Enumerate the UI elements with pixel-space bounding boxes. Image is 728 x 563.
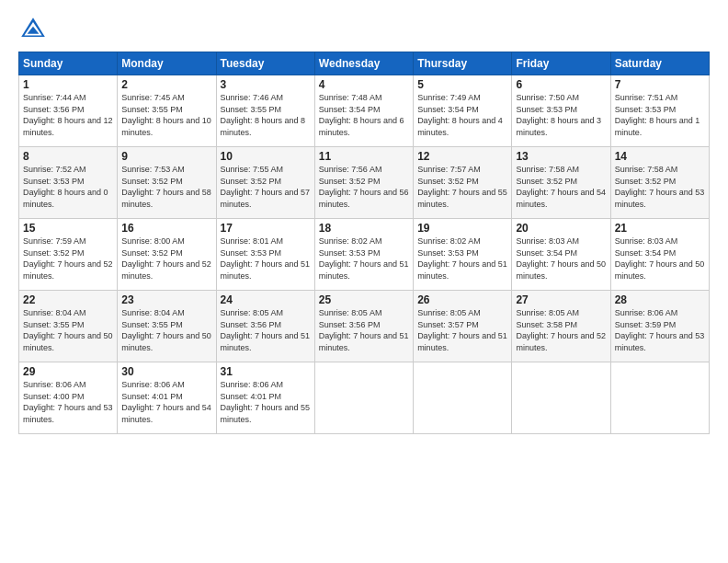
day-number: 24 <box>221 293 311 306</box>
calendar-cell <box>610 362 709 434</box>
day-number: 29 <box>23 365 113 378</box>
calendar-header-monday: Monday <box>118 52 216 75</box>
daylight-label: Daylight: 7 hours and 50 minutes. <box>121 331 211 352</box>
daylight-label: Daylight: 7 hours and 50 minutes. <box>23 331 113 352</box>
sunset-label: Sunset: 3:54 PM <box>615 248 677 258</box>
daylight-label: Daylight: 7 hours and 51 minutes. <box>417 331 507 352</box>
page: SundayMondayTuesdayWednesdayThursdayFrid… <box>0 0 728 563</box>
day-number: 12 <box>417 150 507 163</box>
day-info: Sunrise: 7:59 AM Sunset: 3:52 PM Dayligh… <box>23 236 113 282</box>
calendar-cell: 19 Sunrise: 8:02 AM Sunset: 3:53 PM Dayl… <box>414 219 512 291</box>
calendar-cell: 30 Sunrise: 8:06 AM Sunset: 4:01 PM Dayl… <box>118 362 216 434</box>
calendar-cell: 31 Sunrise: 8:06 AM Sunset: 4:01 PM Dayl… <box>216 362 314 434</box>
day-info: Sunrise: 7:52 AM Sunset: 3:53 PM Dayligh… <box>23 164 113 210</box>
day-info: Sunrise: 7:44 AM Sunset: 3:56 PM Dayligh… <box>23 92 113 138</box>
sunrise-label: Sunrise: 7:55 AM <box>221 165 284 174</box>
sunset-label: Sunset: 3:52 PM <box>615 177 677 186</box>
day-number: 19 <box>417 222 507 235</box>
daylight-label: Daylight: 7 hours and 52 minutes. <box>516 331 606 352</box>
calendar-table: SundayMondayTuesdayWednesdayThursdayFrid… <box>18 52 710 434</box>
sunset-label: Sunset: 3:58 PM <box>516 320 577 329</box>
calendar-cell: 28 Sunrise: 8:06 AM Sunset: 3:59 PM Dayl… <box>610 291 709 362</box>
sunrise-label: Sunrise: 7:45 AM <box>121 93 185 102</box>
calendar-cell <box>512 362 610 434</box>
sunset-label: Sunset: 4:01 PM <box>221 392 282 401</box>
day-info: Sunrise: 8:06 AM Sunset: 4:00 PM Dayligh… <box>23 379 113 425</box>
calendar-cell: 23 Sunrise: 8:04 AM Sunset: 3:55 PM Dayl… <box>118 291 216 362</box>
daylight-label: Daylight: 7 hours and 50 minutes. <box>516 259 606 281</box>
calendar-cell: 20 Sunrise: 8:03 AM Sunset: 3:54 PM Dayl… <box>512 219 610 291</box>
day-info: Sunrise: 7:50 AM Sunset: 3:53 PM Dayligh… <box>516 92 606 138</box>
daylight-label: Daylight: 7 hours and 51 minutes. <box>221 259 311 281</box>
day-number: 2 <box>121 78 211 91</box>
calendar-header-friday: Friday <box>512 52 610 75</box>
day-info: Sunrise: 7:45 AM Sunset: 3:55 PM Dayligh… <box>121 92 211 138</box>
day-info: Sunrise: 8:06 AM Sunset: 3:59 PM Dayligh… <box>615 307 705 353</box>
day-info: Sunrise: 7:48 AM Sunset: 3:54 PM Dayligh… <box>319 92 409 138</box>
day-number: 6 <box>516 78 606 91</box>
daylight-label: Daylight: 7 hours and 56 minutes. <box>319 188 409 209</box>
day-info: Sunrise: 8:02 AM Sunset: 3:53 PM Dayligh… <box>319 236 409 282</box>
day-number: 31 <box>221 365 311 378</box>
sunrise-label: Sunrise: 7:58 AM <box>516 165 579 174</box>
calendar-header-thursday: Thursday <box>414 52 512 75</box>
sunrise-label: Sunrise: 7:44 AM <box>23 93 86 102</box>
sunrise-label: Sunrise: 7:52 AM <box>23 165 86 174</box>
day-number: 13 <box>516 150 606 163</box>
calendar-header-sunday: Sunday <box>19 52 118 75</box>
day-number: 30 <box>121 365 211 378</box>
daylight-label: Daylight: 8 hours and 6 minutes. <box>319 116 404 137</box>
calendar-cell: 1 Sunrise: 7:44 AM Sunset: 3:56 PM Dayli… <box>19 75 118 147</box>
sunset-label: Sunset: 3:56 PM <box>221 320 282 329</box>
calendar-cell: 12 Sunrise: 7:57 AM Sunset: 3:52 PM Dayl… <box>414 147 512 219</box>
day-info: Sunrise: 8:05 AM Sunset: 3:58 PM Dayligh… <box>516 307 606 353</box>
sunset-label: Sunset: 3:54 PM <box>417 105 479 114</box>
daylight-label: Daylight: 8 hours and 0 minutes. <box>23 188 108 209</box>
sunrise-label: Sunrise: 8:06 AM <box>23 380 86 389</box>
day-number: 26 <box>417 293 507 306</box>
day-info: Sunrise: 7:56 AM Sunset: 3:52 PM Dayligh… <box>319 164 409 210</box>
sunset-label: Sunset: 3:55 PM <box>23 320 85 329</box>
sunrise-label: Sunrise: 8:05 AM <box>516 308 579 317</box>
day-number: 21 <box>615 222 705 235</box>
sunrise-label: Sunrise: 7:49 AM <box>417 93 481 102</box>
sunrise-label: Sunrise: 8:06 AM <box>615 308 678 317</box>
day-info: Sunrise: 7:49 AM Sunset: 3:54 PM Dayligh… <box>417 92 507 138</box>
sunset-label: Sunset: 3:52 PM <box>221 177 282 186</box>
sunrise-label: Sunrise: 8:02 AM <box>417 236 481 246</box>
sunrise-label: Sunrise: 8:03 AM <box>615 236 678 246</box>
calendar-cell: 13 Sunrise: 7:58 AM Sunset: 3:52 PM Dayl… <box>512 147 610 219</box>
sunset-label: Sunset: 3:54 PM <box>516 248 577 258</box>
sunrise-label: Sunrise: 7:51 AM <box>615 93 678 102</box>
calendar-cell: 8 Sunrise: 7:52 AM Sunset: 3:53 PM Dayli… <box>19 147 118 219</box>
sunset-label: Sunset: 3:53 PM <box>417 248 479 258</box>
sunset-label: Sunset: 3:56 PM <box>23 105 85 114</box>
calendar-cell: 17 Sunrise: 8:01 AM Sunset: 3:53 PM Dayl… <box>216 219 314 291</box>
sunset-label: Sunset: 3:52 PM <box>121 177 183 186</box>
day-number: 15 <box>23 222 113 235</box>
sunset-label: Sunset: 3:55 PM <box>121 320 183 329</box>
day-number: 14 <box>615 150 705 163</box>
calendar-cell: 26 Sunrise: 8:05 AM Sunset: 3:57 PM Dayl… <box>414 291 512 362</box>
day-number: 3 <box>221 78 311 91</box>
daylight-label: Daylight: 7 hours and 53 minutes. <box>23 403 113 424</box>
logo-icon <box>18 15 48 44</box>
calendar-cell: 18 Sunrise: 8:02 AM Sunset: 3:53 PM Dayl… <box>314 219 413 291</box>
daylight-label: Daylight: 7 hours and 53 minutes. <box>615 188 705 209</box>
sunset-label: Sunset: 3:52 PM <box>23 248 85 258</box>
sunrise-label: Sunrise: 7:56 AM <box>319 165 382 174</box>
day-info: Sunrise: 7:46 AM Sunset: 3:55 PM Dayligh… <box>221 92 311 138</box>
day-info: Sunrise: 8:05 AM Sunset: 3:56 PM Dayligh… <box>221 307 311 353</box>
sunset-label: Sunset: 3:52 PM <box>516 177 577 186</box>
sunset-label: Sunset: 3:55 PM <box>221 105 282 114</box>
sunset-label: Sunset: 3:52 PM <box>121 248 183 258</box>
calendar-cell: 22 Sunrise: 8:04 AM Sunset: 3:55 PM Dayl… <box>19 291 118 362</box>
day-number: 27 <box>516 293 606 306</box>
sunrise-label: Sunrise: 8:06 AM <box>121 380 185 389</box>
daylight-label: Daylight: 7 hours and 54 minutes. <box>121 403 211 424</box>
daylight-label: Daylight: 7 hours and 57 minutes. <box>221 188 311 209</box>
sunrise-label: Sunrise: 8:00 AM <box>121 236 185 246</box>
sunrise-label: Sunrise: 8:04 AM <box>23 308 86 317</box>
day-info: Sunrise: 8:06 AM Sunset: 4:01 PM Dayligh… <box>121 379 211 425</box>
header <box>18 15 710 44</box>
